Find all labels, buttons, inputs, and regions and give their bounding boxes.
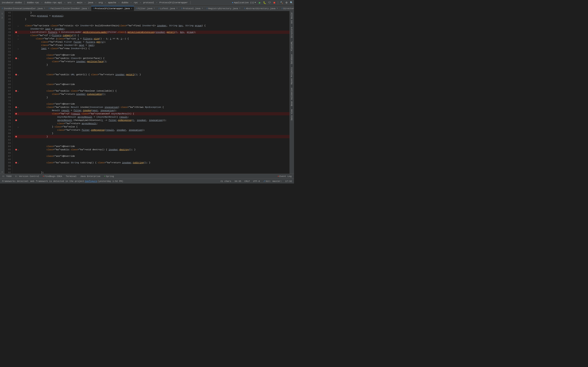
fold-icon-70[interactable] <box>17 100 20 102</box>
fold-icon-43[interactable] <box>17 12 20 14</box>
encoding[interactable]: UTF-8 <box>252 180 261 183</box>
breakpoint-85[interactable] <box>15 149 17 150</box>
fold-icon-76[interactable] <box>17 119 20 121</box>
fold-icon-82[interactable] <box>17 139 20 141</box>
right-tab-data-view[interactable]: Data View <box>290 108 294 122</box>
breadcrumb-rpc[interactable]: rpc <box>133 1 139 4</box>
tab-version-control[interactable]: 9:Version Control <box>14 175 41 178</box>
fold-icon-77[interactable] <box>17 123 20 125</box>
fold-icon-50[interactable]: ▾ <box>17 34 20 36</box>
run-button[interactable]: ▶ <box>258 1 261 4</box>
fold-icon-75[interactable] <box>17 116 20 118</box>
breadcrumb-dubbo-rpc-api[interactable]: dubbo-rpc-api <box>44 1 63 4</box>
debug-button[interactable]: 🐛 <box>263 1 267 4</box>
notification-area[interactable]: Frameworks detected: Web framework is de… <box>1 180 124 183</box>
fold-icon-87[interactable] <box>17 155 20 157</box>
close-tab-protocol[interactable]: × <box>131 8 132 10</box>
line-gutter-62[interactable] <box>15 74 17 75</box>
stop-button[interactable]: ⏹ <box>273 1 276 4</box>
close-tab-protocol-base[interactable]: × <box>202 7 203 9</box>
project-icon[interactable]: 1 <box>0 12 4 16</box>
tab-findbugs[interactable]: ●FindBugs-IDEA <box>41 175 64 178</box>
tab-protocol[interactable]: J Protocol.java × <box>180 6 205 11</box>
tab-todo[interactable]: 6:TODO <box>1 175 13 178</box>
tab-directory[interactable]: J Directory.java × <box>280 6 294 11</box>
breadcrumb-org[interactable]: org <box>98 1 104 4</box>
close-tab-registry[interactable]: × <box>239 7 241 9</box>
fold-icon-53[interactable] <box>17 44 20 46</box>
fold-icon-84[interactable] <box>17 145 20 147</box>
close-tab-lstest[interactable]: × <box>176 7 178 9</box>
fold-icon-64[interactable] <box>17 80 20 82</box>
line-gutter-74[interactable] <box>15 113 17 115</box>
breakpoint-76[interactable] <box>15 119 17 121</box>
fold-icon-56[interactable] <box>17 54 20 56</box>
line-gutter-72[interactable] <box>15 106 17 108</box>
build-button[interactable]: 🔨 <box>280 1 283 4</box>
fold-icon-52[interactable] <box>17 41 20 43</box>
fold-icon-61[interactable] <box>17 70 20 72</box>
fold-icon-47[interactable]: ▾ <box>17 25 20 27</box>
fold-icon-89[interactable]: ▾ <box>17 162 20 164</box>
breadcrumb-dubbo-rpc[interactable]: dubbo-rpc <box>26 1 40 4</box>
fold-icon-78[interactable]: ▾ <box>17 126 20 128</box>
line-gutter-57[interactable] <box>15 58 17 59</box>
favorites-icon[interactable]: ★ <box>0 170 4 174</box>
fold-icon-54[interactable]: ▾ <box>17 48 20 50</box>
fold-icon-66[interactable] <box>17 87 20 89</box>
line-gutter-81[interactable] <box>15 136 17 137</box>
close-tab-failover[interactable]: × <box>88 7 89 9</box>
fold-icon-73[interactable] <box>17 109 20 111</box>
fold-icon-88[interactable] <box>17 158 20 160</box>
fold-icon-79[interactable] <box>17 129 20 131</box>
fold-icon-44[interactable] <box>17 15 20 17</box>
line-gutter-85[interactable] <box>15 149 17 150</box>
coverage-button[interactable]: 🛡 <box>268 1 271 4</box>
git-status[interactable]: ⎇ Git: master↑ <box>262 180 283 183</box>
breadcrumb-dubbo[interactable]: dubbo <box>121 1 129 4</box>
breakpoint-57[interactable] <box>15 58 17 59</box>
tab-terminal[interactable]: Terminal <box>64 175 78 178</box>
fold-icon-92[interactable] <box>17 171 20 174</box>
fold-icon-83[interactable] <box>17 142 20 144</box>
tab-registry-directory[interactable]: J RegistryDirectory.java × <box>205 6 242 11</box>
breadcrumb-main[interactable]: main <box>76 1 83 4</box>
application-dropdown[interactable]: ● Application (1) ▼ <box>231 1 257 4</box>
fold-icon-85[interactable]: ▾ <box>17 149 20 151</box>
breadcrumb-protocol[interactable]: protocol <box>143 1 155 4</box>
fold-icon-48[interactable] <box>17 28 20 30</box>
breadcrumb-apache[interactable]: apache <box>107 1 117 4</box>
fold-icon-58[interactable] <box>17 60 20 63</box>
right-tab-plant-uml[interactable]: PlantUML <box>290 40 294 53</box>
fold-icon-65[interactable] <box>17 83 20 85</box>
tab-invoker-invocation-handler[interactable]: J InvokerInvocationHandler.java × <box>0 6 47 11</box>
right-tab-structure[interactable]: Structure <box>290 25 294 40</box>
breakpoint-89[interactable] <box>15 162 17 164</box>
fold-icon-86[interactable] <box>17 152 20 154</box>
right-tab-bean[interactable]: Bean Validation <box>290 86 294 108</box>
breadcrumb-protocol-filter-wrapper[interactable]: ProtocolFilterWrapper <box>159 1 189 4</box>
code-lines[interactable]: } this.protocol = protocol; } ▾ class="k… <box>13 11 290 174</box>
breadcrumb-java[interactable]: java <box>87 1 94 4</box>
fold-icon-72[interactable]: ▾ <box>17 106 20 108</box>
fold-icon-68[interactable] <box>17 93 20 95</box>
fold-icon-63[interactable] <box>17 77 20 79</box>
tab-java-enterprise[interactable]: Java Enterprise <box>79 175 102 178</box>
tab-protocol-filter-wrapper[interactable]: J ProtocolFilterWrapper.java × <box>91 6 134 11</box>
breakpoint-67[interactable] <box>15 90 17 92</box>
tab-event-log[interactable]: ● Event Log <box>276 175 293 178</box>
line-ending[interactable]: CRLF <box>243 180 251 183</box>
line-gutter-67[interactable] <box>15 90 17 92</box>
structure-icon[interactable]: 2 <box>0 16 4 20</box>
right-tab-maven[interactable]: Maven Projects <box>290 66 294 86</box>
tab-lstest[interactable]: J LsTest.java × <box>157 6 180 11</box>
line-gutter-76[interactable] <box>15 119 17 121</box>
tab-filter[interactable]: J Filter.java × <box>134 6 157 11</box>
fold-icon-81[interactable] <box>17 136 20 138</box>
settings-button[interactable]: ⚙ <box>285 1 288 4</box>
close-tab-invoker[interactable]: × <box>44 7 45 9</box>
line-gutter-89[interactable] <box>15 162 17 164</box>
line-gutter-49[interactable] <box>15 31 17 33</box>
fold-icon-51[interactable]: ▾ <box>17 38 20 40</box>
fold-icon-49[interactable] <box>17 31 20 33</box>
